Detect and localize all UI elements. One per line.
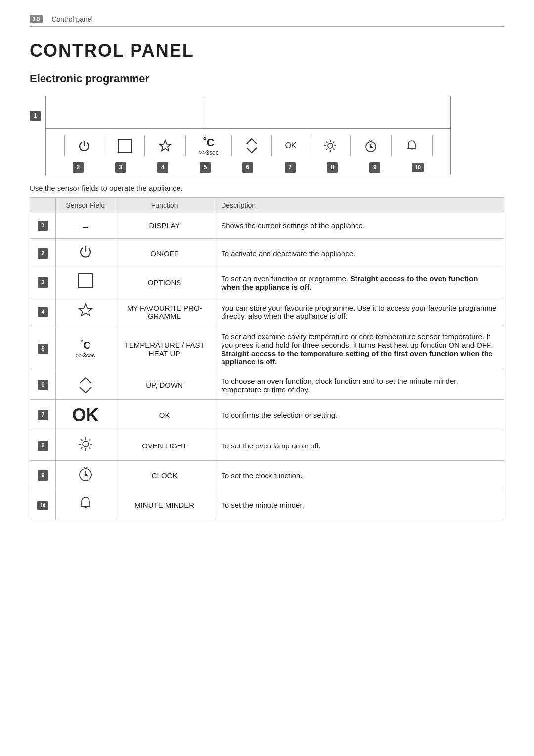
sensor-intro-text: Use the sensor fields to operate the app…	[30, 184, 504, 192]
row-function-7: OK	[115, 399, 214, 431]
ctrl-ok: OK	[285, 142, 296, 150]
row-sensor-7: OK	[56, 399, 115, 431]
table-row: 10 MINUTE MINDERTo set the minute minder…	[30, 490, 504, 520]
col-header-function: Function	[115, 197, 214, 213]
ok-label: OK	[285, 142, 296, 150]
svg-line-25	[89, 439, 90, 441]
table-row: 2 ON/OFFTo activate and deactivate the a…	[30, 238, 504, 268]
col-header-num	[30, 197, 56, 213]
ctrl-temp: °C >>3sec	[199, 136, 218, 156]
svg-line-23	[81, 439, 83, 441]
table-row: 9 CLOCKTo set the clock function.	[30, 460, 504, 490]
page-number: 10	[30, 15, 43, 23]
diagram-badge-8: 8	[327, 162, 338, 173]
table-row: 8 OVEN LIGHTTo set the oven lamp on or o…	[30, 431, 504, 460]
row-function-3: OPTIONS	[115, 268, 214, 297]
divider-1	[64, 135, 65, 156]
divider-7	[310, 135, 311, 156]
sub-title: Electronic programmer	[30, 72, 504, 85]
divider-9	[391, 135, 392, 156]
row-function-4: MY FAVOURITE PRO- GRAMME	[115, 297, 214, 327]
divider-3	[144, 135, 145, 156]
row-function-6: UP, DOWN	[115, 371, 214, 399]
svg-line-9	[326, 149, 327, 150]
row-sensor-10	[56, 490, 115, 520]
options-square-icon	[118, 139, 132, 153]
row-function-5: TEMPERATURE / FAST HEAT UP	[115, 327, 214, 371]
svg-line-7	[333, 149, 335, 150]
row-num-10: 10	[30, 490, 56, 520]
table-row: 1–DISPLAYShows the current settings of t…	[30, 213, 504, 238]
row-sensor-9	[56, 460, 115, 490]
divider-5	[231, 135, 232, 156]
svg-point-30	[85, 474, 86, 475]
desc-bold-text: Straight access to the temperature setti…	[221, 349, 492, 366]
row-description-4: You can store your favourite programme. …	[214, 297, 504, 327]
row-num-6: 6	[30, 371, 56, 399]
diagram-num-1: 1	[30, 111, 41, 121]
divider-2	[104, 135, 105, 156]
desc-normal-text: To set an oven function or programme.	[221, 274, 350, 283]
sensor-table: Sensor Field Function Description 1–DISP…	[30, 197, 504, 521]
row-sensor-8	[56, 431, 115, 460]
diagram-box: °C >>3sec	[45, 96, 451, 175]
svg-line-26	[81, 447, 83, 449]
row-sensor-2	[56, 238, 115, 268]
svg-marker-0	[160, 140, 171, 151]
diagram-badge-9: 9	[369, 162, 380, 173]
row-sensor-5: °C>>3sec	[56, 327, 115, 371]
row-sensor-4	[56, 297, 115, 327]
row-sensor-1: –	[56, 213, 115, 238]
svg-point-13	[370, 146, 372, 148]
table-row: 7OKOKTo confirms the selection or settin…	[30, 399, 504, 431]
control-panel-diagram: 1	[30, 96, 504, 175]
row-description-7: To confirms the selection or setting.	[214, 399, 504, 431]
col-header-description: Description	[214, 197, 504, 213]
temp-icon: °C >>3sec	[199, 136, 218, 156]
table-row: 4 MY FAVOURITE PRO- GRAMMEYou can store …	[30, 297, 504, 327]
diagram-badge-4: 4	[157, 162, 168, 173]
ctrl-light	[323, 139, 337, 153]
svg-line-8	[333, 142, 335, 143]
row-num-3: 3	[30, 268, 56, 297]
ctrl-bell	[405, 139, 419, 153]
row-description-6: To choose an oven function, clock functi…	[214, 371, 504, 399]
row-num-4: 4	[30, 297, 56, 327]
page-header-title: Control panel	[51, 15, 92, 23]
diagram-badge-5: 5	[200, 162, 211, 173]
divider-6	[271, 135, 272, 156]
row-description-1: Shows the current settings of the applia…	[214, 213, 504, 238]
svg-point-18	[83, 441, 89, 447]
row-num-7: 7	[30, 399, 56, 431]
row-function-10: MINUTE MINDER	[115, 490, 214, 520]
row-function-9: CLOCK	[115, 460, 214, 490]
ctrl-updown	[245, 137, 258, 155]
controls-row: °C >>3sec	[46, 128, 450, 160]
ctrl-clock	[364, 139, 378, 153]
diagram-num-row: 2 3 4 5 6 7 8 9 10	[46, 160, 450, 175]
row-description-10: To set the minute minder.	[214, 490, 504, 520]
divider-4	[185, 135, 186, 156]
row-description-5: To set and examine cavity temperature or…	[214, 327, 504, 371]
row-function-2: ON/OFF	[115, 238, 214, 268]
row-function-1: DISPLAY	[115, 213, 214, 238]
row-sensor-6	[56, 371, 115, 399]
row-num-8: 8	[30, 431, 56, 460]
row-num-1: 1	[30, 213, 56, 238]
row-num-2: 2	[30, 238, 56, 268]
table-header-row: Sensor Field Function Description	[30, 197, 504, 213]
diagram-badge-10: 10	[412, 163, 424, 172]
row-description-3: To set an oven function or programme. St…	[214, 268, 504, 297]
ctrl-onoff	[78, 139, 90, 152]
row-function-8: OVEN LIGHT	[115, 431, 214, 460]
row-description-9: To set the clock function.	[214, 460, 504, 490]
ctrl-favourite	[158, 139, 172, 153]
section-title: CONTROL PANEL	[30, 41, 504, 61]
col-header-sensor: Sensor Field	[56, 197, 115, 213]
diagram-badge-6: 6	[242, 162, 253, 173]
svg-point-1	[328, 143, 333, 148]
diagram-badge-7: 7	[285, 162, 296, 173]
table-row: 3OPTIONSTo set an oven function or progr…	[30, 268, 504, 297]
svg-line-24	[89, 447, 90, 449]
table-row: 6 UP, DOWNTo choose an oven function, cl…	[30, 371, 504, 399]
